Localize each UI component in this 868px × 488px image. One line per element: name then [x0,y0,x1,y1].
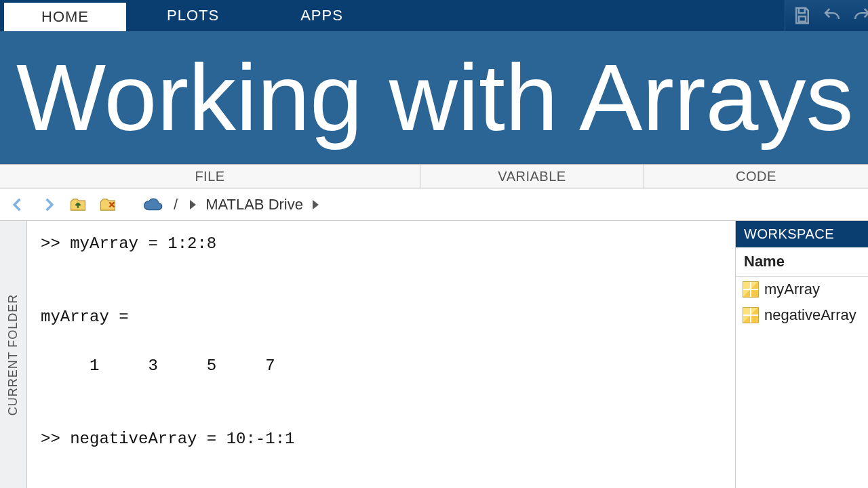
workspace-var[interactable]: myArray [736,277,868,302]
current-folder-label: CURRENT FOLDER [6,293,20,415]
section-file: FILE [0,165,420,188]
breadcrumb-root[interactable]: / [174,196,178,214]
toolstrip: HOME PLOTS APPS [0,0,868,31]
title-banner: Working with Arrays [0,31,868,164]
quick-access-toolbar [785,0,868,31]
toolstrip-sections: FILE VARIABLE CODE [0,164,868,188]
console-line: >> negativeArray = 10:-1:1 [41,430,294,448]
browse-folder-icon[interactable] [96,193,119,216]
undo-icon[interactable] [822,5,842,26]
tab-apps[interactable]: APPS [260,0,384,31]
console-line: >> myArray = 1:2:8 [41,235,216,253]
command-window[interactable]: >> myArray = 1:2:8 myArray = 1 3 5 7 >> … [27,221,736,488]
section-code: CODE [644,165,868,188]
redo-icon[interactable] [852,5,868,26]
forward-icon[interactable] [37,193,60,216]
address-bar: / MATLAB Drive [0,188,868,221]
save-icon[interactable] [792,5,812,26]
workspace-title: WORKSPACE [736,221,868,247]
current-folder-panel[interactable]: CURRENT FOLDER [0,221,27,488]
tab-home[interactable]: HOME [4,3,126,31]
svg-rect-0 [799,16,806,22]
console-line: myArray = [41,308,129,326]
section-variable: VARIABLE [420,165,644,188]
workspace-var-name: negativeArray [764,306,856,324]
up-folder-icon[interactable] [66,193,90,216]
workspace-var-name: myArray [764,281,820,298]
workspace-panel: WORKSPACE Name myArray negativeArray [736,221,868,488]
breadcrumb-drive[interactable]: MATLAB Drive [205,196,303,214]
workspace-column-name[interactable]: Name [736,247,868,277]
title-text: Working with Arrays [16,50,853,145]
tab-plots[interactable]: PLOTS [126,0,260,31]
main-area: CURRENT FOLDER >> myArray = 1:2:8 myArra… [0,221,868,488]
cloud-icon[interactable] [141,193,164,216]
back-icon[interactable] [7,193,30,216]
console-line: 1 3 5 7 [41,357,275,375]
workspace-var[interactable]: negativeArray [736,302,868,328]
variable-icon [743,307,759,323]
chevron-right-icon [190,200,196,209]
chevron-right-icon [313,200,319,209]
variable-icon [743,281,759,298]
